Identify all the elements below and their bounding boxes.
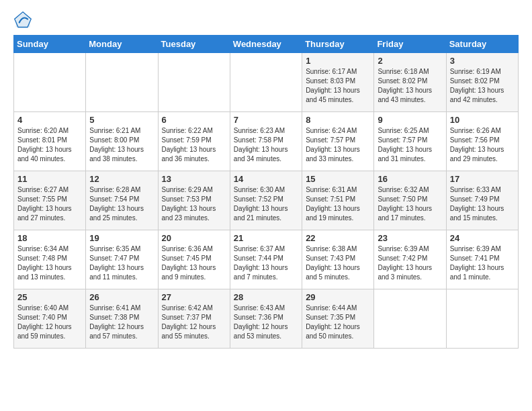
day-info: Sunrise: 6:39 AM Sunset: 7:41 PM Dayligh…: [450, 244, 515, 282]
day-cell: 14Sunrise: 6:30 AM Sunset: 7:52 PM Dayli…: [230, 171, 302, 230]
day-cell: 9Sunrise: 6:25 AM Sunset: 7:57 PM Daylig…: [374, 112, 446, 171]
weekday-header-tuesday: Tuesday: [158, 36, 230, 53]
day-cell: 11Sunrise: 6:27 AM Sunset: 7:55 PM Dayli…: [14, 171, 86, 230]
day-number: 10: [450, 115, 515, 125]
logo-icon: [13, 11, 32, 30]
day-number: 1: [306, 56, 370, 66]
day-info: Sunrise: 6:33 AM Sunset: 7:49 PM Dayligh…: [450, 185, 515, 223]
day-cell: [230, 53, 302, 112]
day-cell: 24Sunrise: 6:39 AM Sunset: 7:41 PM Dayli…: [446, 230, 518, 289]
day-info: Sunrise: 6:23 AM Sunset: 7:58 PM Dayligh…: [234, 126, 298, 164]
day-number: 17: [450, 174, 515, 184]
week-row-3: 11Sunrise: 6:27 AM Sunset: 7:55 PM Dayli…: [14, 171, 519, 230]
day-cell: 20Sunrise: 6:36 AM Sunset: 7:45 PM Dayli…: [158, 230, 230, 289]
day-cell: 2Sunrise: 6:18 AM Sunset: 8:02 PM Daylig…: [374, 53, 446, 112]
day-info: Sunrise: 6:30 AM Sunset: 7:52 PM Dayligh…: [234, 185, 298, 223]
day-info: Sunrise: 6:37 AM Sunset: 7:44 PM Dayligh…: [234, 244, 298, 282]
weekday-header-row: SundayMondayTuesdayWednesdayThursdayFrid…: [14, 36, 519, 53]
day-number: 9: [378, 115, 442, 125]
day-number: 28: [234, 292, 298, 302]
day-number: 11: [17, 174, 82, 184]
day-cell: 4Sunrise: 6:20 AM Sunset: 8:01 PM Daylig…: [14, 112, 86, 171]
day-info: Sunrise: 6:22 AM Sunset: 7:59 PM Dayligh…: [162, 126, 226, 164]
day-number: 25: [17, 292, 82, 302]
day-info: Sunrise: 6:43 AM Sunset: 7:36 PM Dayligh…: [234, 304, 298, 341]
day-number: 14: [234, 174, 298, 184]
day-number: 8: [306, 115, 370, 125]
day-info: Sunrise: 6:35 AM Sunset: 7:47 PM Dayligh…: [89, 244, 154, 282]
day-cell: [158, 53, 230, 112]
day-cell: [86, 53, 158, 112]
header: [13, 11, 519, 30]
day-cell: 10Sunrise: 6:26 AM Sunset: 7:56 PM Dayli…: [446, 112, 518, 171]
day-number: 16: [378, 174, 442, 184]
weekday-header-friday: Friday: [374, 36, 446, 53]
day-cell: 23Sunrise: 6:39 AM Sunset: 7:42 PM Dayli…: [374, 230, 446, 289]
day-info: Sunrise: 6:26 AM Sunset: 7:56 PM Dayligh…: [450, 126, 515, 164]
day-info: Sunrise: 6:44 AM Sunset: 7:35 PM Dayligh…: [306, 304, 370, 341]
day-cell: 12Sunrise: 6:28 AM Sunset: 7:54 PM Dayli…: [86, 171, 158, 230]
day-cell: 1Sunrise: 6:17 AM Sunset: 8:03 PM Daylig…: [302, 53, 374, 112]
day-number: 5: [89, 115, 154, 125]
svg-marker-0: [16, 13, 30, 28]
day-number: 26: [89, 292, 154, 302]
logo: [13, 11, 35, 30]
day-cell: 21Sunrise: 6:37 AM Sunset: 7:44 PM Dayli…: [230, 230, 302, 289]
week-row-5: 25Sunrise: 6:40 AM Sunset: 7:40 PM Dayli…: [14, 289, 519, 349]
day-info: Sunrise: 6:27 AM Sunset: 7:55 PM Dayligh…: [17, 185, 82, 223]
day-number: 29: [306, 292, 370, 302]
day-number: 15: [306, 174, 370, 184]
day-cell: [14, 53, 86, 112]
day-cell: 26Sunrise: 6:41 AM Sunset: 7:38 PM Dayli…: [86, 289, 158, 349]
weekday-header-monday: Monday: [86, 36, 158, 53]
day-number: 3: [450, 56, 515, 66]
day-number: 22: [306, 233, 370, 243]
day-cell: 25Sunrise: 6:40 AM Sunset: 7:40 PM Dayli…: [14, 289, 86, 349]
week-row-4: 18Sunrise: 6:34 AM Sunset: 7:48 PM Dayli…: [14, 230, 519, 289]
day-number: 2: [378, 56, 442, 66]
day-cell: 3Sunrise: 6:19 AM Sunset: 8:02 PM Daylig…: [446, 53, 518, 112]
day-info: Sunrise: 6:42 AM Sunset: 7:37 PM Dayligh…: [162, 304, 226, 341]
day-info: Sunrise: 6:41 AM Sunset: 7:38 PM Dayligh…: [89, 304, 154, 341]
day-info: Sunrise: 6:39 AM Sunset: 7:42 PM Dayligh…: [378, 244, 442, 282]
day-cell: 18Sunrise: 6:34 AM Sunset: 7:48 PM Dayli…: [14, 230, 86, 289]
day-number: 18: [17, 233, 82, 243]
day-info: Sunrise: 6:28 AM Sunset: 7:54 PM Dayligh…: [89, 185, 154, 223]
day-info: Sunrise: 6:29 AM Sunset: 7:53 PM Dayligh…: [162, 185, 226, 223]
day-info: Sunrise: 6:40 AM Sunset: 7:40 PM Dayligh…: [17, 304, 82, 341]
day-cell: 8Sunrise: 6:24 AM Sunset: 7:57 PM Daylig…: [302, 112, 374, 171]
day-info: Sunrise: 6:36 AM Sunset: 7:45 PM Dayligh…: [162, 244, 226, 282]
day-number: 12: [89, 174, 154, 184]
day-number: 23: [378, 233, 442, 243]
day-cell: 27Sunrise: 6:42 AM Sunset: 7:37 PM Dayli…: [158, 289, 230, 349]
day-number: 7: [234, 115, 298, 125]
week-row-1: 1Sunrise: 6:17 AM Sunset: 8:03 PM Daylig…: [14, 53, 519, 112]
day-number: 13: [162, 174, 226, 184]
day-info: Sunrise: 6:19 AM Sunset: 8:02 PM Dayligh…: [450, 67, 515, 105]
weekday-header-thursday: Thursday: [302, 36, 374, 53]
day-cell: [446, 289, 518, 349]
day-cell: 29Sunrise: 6:44 AM Sunset: 7:35 PM Dayli…: [302, 289, 374, 349]
day-number: 27: [162, 292, 226, 302]
day-info: Sunrise: 6:24 AM Sunset: 7:57 PM Dayligh…: [306, 126, 370, 164]
calendar-table: SundayMondayTuesdayWednesdayThursdayFrid…: [13, 35, 519, 349]
day-cell: 6Sunrise: 6:22 AM Sunset: 7:59 PM Daylig…: [158, 112, 230, 171]
day-cell: 13Sunrise: 6:29 AM Sunset: 7:53 PM Dayli…: [158, 171, 230, 230]
day-number: 4: [17, 115, 82, 125]
day-number: 21: [234, 233, 298, 243]
day-number: 20: [162, 233, 226, 243]
day-cell: 5Sunrise: 6:21 AM Sunset: 8:00 PM Daylig…: [86, 112, 158, 171]
day-cell: [374, 289, 446, 349]
day-info: Sunrise: 6:31 AM Sunset: 7:51 PM Dayligh…: [306, 185, 370, 223]
day-cell: 28Sunrise: 6:43 AM Sunset: 7:36 PM Dayli…: [230, 289, 302, 349]
day-cell: 7Sunrise: 6:23 AM Sunset: 7:58 PM Daylig…: [230, 112, 302, 171]
day-cell: 22Sunrise: 6:38 AM Sunset: 7:43 PM Dayli…: [302, 230, 374, 289]
day-info: Sunrise: 6:25 AM Sunset: 7:57 PM Dayligh…: [378, 126, 442, 164]
day-number: 19: [89, 233, 154, 243]
day-number: 24: [450, 233, 515, 243]
week-row-2: 4Sunrise: 6:20 AM Sunset: 8:01 PM Daylig…: [14, 112, 519, 171]
day-cell: 15Sunrise: 6:31 AM Sunset: 7:51 PM Dayli…: [302, 171, 374, 230]
day-info: Sunrise: 6:18 AM Sunset: 8:02 PM Dayligh…: [378, 67, 442, 105]
weekday-header-saturday: Saturday: [446, 36, 518, 53]
weekday-header-wednesday: Wednesday: [230, 36, 302, 53]
